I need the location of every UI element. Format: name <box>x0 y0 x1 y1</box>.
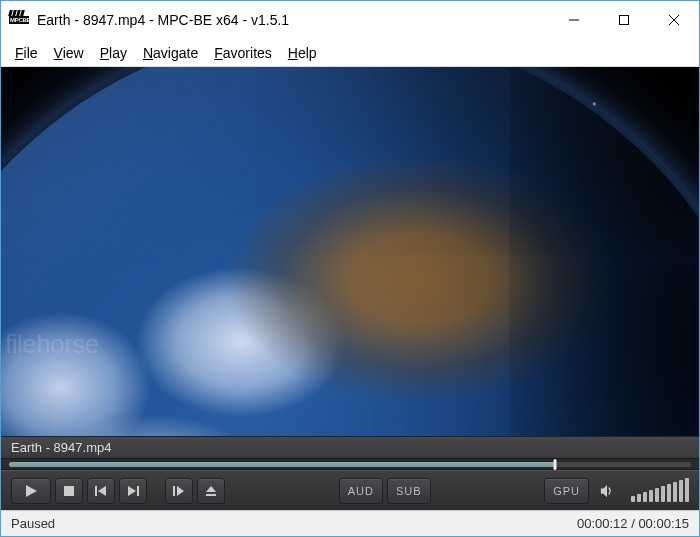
app-window: MPCBE Earth - 8947.mp4 - MPC-BE x64 - v1… <box>0 0 700 537</box>
menu-favorites[interactable]: Favorites <box>206 43 280 63</box>
svg-rect-5 <box>64 486 74 496</box>
menubar: File View Play Navigate Favorites Help <box>1 39 699 67</box>
step-forward-button[interactable] <box>165 478 193 504</box>
menu-navigate[interactable]: Navigate <box>135 43 206 63</box>
window-controls <box>549 1 699 39</box>
menu-help[interactable]: Help <box>280 43 325 63</box>
stop-button[interactable] <box>55 478 83 504</box>
next-button[interactable] <box>119 478 147 504</box>
volume-icon[interactable] <box>593 478 621 504</box>
svg-marker-11 <box>177 486 184 496</box>
audio-track-button[interactable]: AUD <box>339 478 383 504</box>
subtitle-button[interactable]: SUB <box>387 478 431 504</box>
statusbar: Paused 00:00:12 / 00:00:15 <box>1 510 699 536</box>
svg-marker-14 <box>601 484 607 496</box>
svg-rect-13 <box>206 494 216 496</box>
svg-rect-1 <box>620 16 629 25</box>
eject-button[interactable] <box>197 478 225 504</box>
app-icon: MPCBE <box>9 10 29 30</box>
close-button[interactable] <box>649 1 699 39</box>
svg-marker-4 <box>26 485 37 497</box>
filename-label: Earth - 8947.mp4 <box>11 440 111 455</box>
svg-rect-10 <box>173 486 175 496</box>
volume-slider[interactable] <box>631 480 689 502</box>
minimize-button[interactable] <box>549 1 599 39</box>
previous-button[interactable] <box>87 478 115 504</box>
menu-play[interactable]: Play <box>92 43 135 63</box>
playback-state: Paused <box>11 516 55 531</box>
menu-file[interactable]: File <box>7 43 46 63</box>
svg-marker-7 <box>98 486 106 496</box>
play-button[interactable] <box>11 478 51 504</box>
filename-strip: Earth - 8947.mp4 <box>1 436 699 458</box>
window-title: Earth - 8947.mp4 - MPC-BE x64 - v1.5.1 <box>37 12 549 28</box>
control-bar: AUD SUB GPU <box>1 470 699 510</box>
gpu-button[interactable]: GPU <box>544 478 589 504</box>
svg-rect-6 <box>95 486 97 496</box>
menu-view[interactable]: View <box>46 43 92 63</box>
video-frame-earth <box>1 67 699 436</box>
seekbar[interactable] <box>1 458 699 470</box>
video-area[interactable]: filehorse <box>1 67 699 436</box>
maximize-button[interactable] <box>599 1 649 39</box>
svg-marker-8 <box>128 486 136 496</box>
svg-marker-12 <box>206 486 216 492</box>
svg-rect-9 <box>137 486 139 496</box>
titlebar: MPCBE Earth - 8947.mp4 - MPC-BE x64 - v1… <box>1 1 699 39</box>
time-display: 00:00:12 / 00:00:15 <box>577 516 689 531</box>
